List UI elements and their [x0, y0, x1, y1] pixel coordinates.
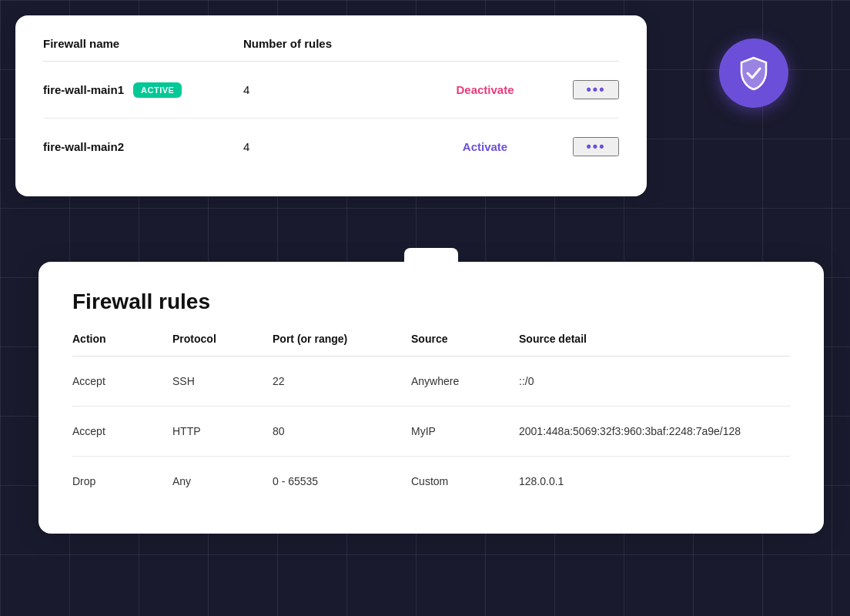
firewall-list-card: Firewall name Number of rules fire-wall-… [15, 15, 647, 196]
rules-col-source: Source [411, 333, 519, 345]
rules-protocol-3: Any [172, 475, 273, 487]
active-badge-1: ACTIVE [133, 82, 182, 98]
firewall-name-text-2: fire-wall-main2 [43, 140, 124, 153]
rules-action-2: Accept [72, 425, 172, 437]
rules-col-port: Port (or range) [273, 333, 411, 345]
rules-port-3: 0 - 65535 [273, 475, 411, 487]
firewall-name-1: fire-wall-main1 ACTIVE [43, 82, 243, 98]
rules-table: Action Protocol Port (or range) Source S… [72, 333, 790, 506]
rules-row-2: Accept HTTP 80 MyIP 2001:448a:5069:32f3:… [72, 407, 790, 457]
rules-source-detail-2: 2001:448a:5069:32f3:960:3baf:2248:7a9e/1… [519, 425, 790, 437]
firewall-list-header: Firewall name Number of rules [43, 37, 619, 62]
deactivate-button-1[interactable]: Deactivate [397, 83, 573, 96]
rules-protocol-2: HTTP [172, 425, 273, 437]
firewall-row-1: fire-wall-main1 ACTIVE 4 Deactivate ••• [43, 62, 619, 119]
rules-protocol-1: SSH [172, 375, 273, 387]
firewall-name-text-1: fire-wall-main1 [43, 83, 124, 96]
rules-source-2: MyIP [411, 425, 519, 437]
more-menu-button-2[interactable]: ••• [573, 137, 619, 156]
page-container: Firewall name Number of rules fire-wall-… [0, 0, 850, 616]
rules-source-detail-1: ::/0 [519, 375, 790, 387]
shield-icon [735, 55, 772, 92]
rules-col-protocol: Protocol [172, 333, 273, 345]
col-number-rules: Number of rules [243, 37, 397, 50]
rules-row-1: Accept SSH 22 Anywhere ::/0 [72, 357, 790, 407]
rules-row-3: Drop Any 0 - 65535 Custom 128.0.0.1 [72, 457, 790, 506]
rules-source-3: Custom [411, 475, 519, 487]
col-more-header [573, 37, 619, 50]
firewall-row-2: fire-wall-main2 4 Activate ••• [43, 119, 619, 175]
rules-port-1: 22 [273, 375, 411, 387]
rules-title: Firewall rules [72, 290, 790, 314]
rules-col-source-detail: Source detail [519, 333, 790, 345]
rules-source-1: Anywhere [411, 375, 519, 387]
activate-button-2[interactable]: Activate [397, 140, 573, 153]
rules-action-3: Drop [72, 475, 172, 487]
shield-badge [719, 38, 788, 108]
rules-table-header: Action Protocol Port (or range) Source S… [72, 333, 790, 357]
col-action-header [397, 37, 573, 50]
rule-count-1: 4 [243, 83, 397, 96]
rules-col-action: Action [72, 333, 172, 345]
rules-action-1: Accept [72, 375, 172, 387]
rule-count-2: 4 [243, 140, 397, 153]
firewall-name-2: fire-wall-main2 [43, 140, 243, 153]
rules-port-2: 80 [273, 425, 411, 437]
col-firewall-name: Firewall name [43, 37, 243, 50]
more-menu-button-1[interactable]: ••• [573, 80, 619, 99]
firewall-rules-card: Firewall rules Action Protocol Port (or … [38, 262, 824, 534]
rules-source-detail-3: 128.0.0.1 [519, 475, 790, 487]
